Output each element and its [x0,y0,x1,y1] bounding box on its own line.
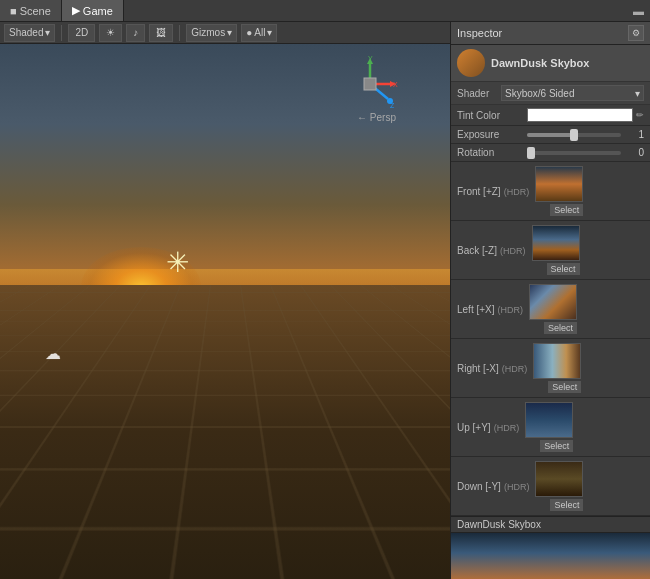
svg-text:Z: Z [390,102,395,109]
select-btn-back[interactable]: Select [547,263,580,275]
rotation-label: Rotation [457,147,527,158]
texture-thumb-front[interactable] [535,166,583,202]
exposure-slider[interactable] [527,133,621,137]
inspector-header: Inspector ⚙ [451,22,650,45]
material-icon [457,49,485,77]
texture-cell-back: Select [532,225,580,275]
inspector-title: Inspector [457,27,502,39]
texture-label-up: Up [+Y] (HDR) [457,421,519,433]
texture-thumb-right[interactable] [533,343,581,379]
texture-row-left: Left [+X] (HDR) Select [451,280,650,339]
shader-row: Shader Skybox/6 Sided ▾ [451,82,650,105]
exposure-fill [527,133,574,137]
grid-lines [0,285,450,579]
game-tab-icon: ▶ [72,4,80,17]
sep1 [61,25,62,41]
sun-icon-toolbar: ☀ [106,27,115,38]
preview-title: DawnDusk Skybox [451,517,650,533]
rotation-row: Rotation 0 [451,144,650,162]
preview-sky [451,533,650,579]
rotation-slider[interactable] [527,151,621,155]
layers-chevron: ▾ [267,27,272,38]
scene-canvas[interactable]: ✳ ☁ Y X [0,44,450,579]
texture-cell-left: Select [529,284,577,334]
layers-dropdown[interactable]: ● All ▾ [241,24,277,42]
gizmos-chevron: ▾ [227,27,232,38]
exposure-value: 1 [527,129,644,140]
scene-gizmo[interactable]: Y X Z [340,54,400,114]
texture-label-left: Left [+X] (HDR) [457,303,523,315]
shading-dropdown[interactable]: Shaded ▾ [4,24,55,42]
texture-cell-down: Select [535,461,583,511]
tint-value: ✏ [527,108,644,122]
tab-close[interactable]: ▬ [627,5,650,17]
texture-label-right: Right [-X] (HDR) [457,362,527,374]
sep2 [179,25,180,41]
select-btn-up[interactable]: Select [540,440,573,452]
gizmos-dropdown[interactable]: Gizmos ▾ [186,24,237,42]
select-btn-right[interactable]: Select [548,381,581,393]
texture-cell-up: Select [525,402,573,452]
inspector-gear[interactable]: ⚙ [628,25,644,41]
texture-row-front: Front [+Z] (HDR) Select [451,162,650,221]
texture-label-down: Down [-Y] (HDR) [457,480,529,492]
cloud-symbol: ☁ [45,344,61,363]
tint-edit-icon[interactable]: ✏ [636,110,644,120]
tint-label: Tint Color [457,110,527,121]
preview-canvas [451,533,650,579]
select-btn-left[interactable]: Select [544,322,577,334]
shader-label: Shader [457,88,497,99]
inspector-panel: Inspector ⚙ DawnDusk Skybox Shader Skybo… [450,22,650,579]
texture-thumb-back[interactable] [532,225,580,261]
sun-symbol: ✳ [162,247,192,277]
inspector-body: DawnDusk Skybox Shader Skybox/6 Sided ▾ … [451,45,650,579]
exposure-row: Exposure 1 [451,126,650,144]
texture-row-up: Up [+Y] (HDR) Select [451,398,650,457]
shader-chevron: ▾ [635,88,640,99]
preview-panel: DawnDusk Skybox Asset Bundle None ▾ ↻ [451,516,650,579]
texture-row-back: Back [-Z] (HDR) Select [451,221,650,280]
audio-icon: ♪ [133,27,138,38]
scene-view: Shaded ▾ 2D ☀ ♪ 🖼 Gizmos ▾ ● [0,22,450,579]
tint-swatch[interactable] [527,108,633,122]
shader-dropdown[interactable]: Skybox/6 Sided ▾ [501,85,644,101]
dimension-btn[interactable]: 2D [68,24,95,42]
exposure-thumb[interactable] [570,129,578,141]
persp-label: ← Persp [357,112,396,123]
game-tab-label: Game [83,5,113,17]
texture-thumb-down[interactable] [535,461,583,497]
image-btn[interactable]: 🖼 [149,24,173,42]
select-btn-front[interactable]: Select [550,204,583,216]
audio-btn[interactable]: ♪ [126,24,145,42]
tab-game[interactable]: ▶ Game [62,0,124,21]
lighting-btn[interactable]: ☀ [99,24,122,42]
texture-cell-front: Select [535,166,583,216]
ground-plane [0,285,450,579]
material-name: DawnDusk Skybox [491,57,644,69]
scene-toolbar: Shaded ▾ 2D ☀ ♪ 🖼 Gizmos ▾ ● [0,22,450,44]
scene-tab-label: Scene [20,5,51,17]
svg-text:Y: Y [368,55,373,62]
texture-label-back: Back [-Z] (HDR) [457,244,526,256]
tab-scene[interactable]: ■ Scene [0,0,62,21]
texture-cell-right: Select [533,343,581,393]
select-btn-down[interactable]: Select [550,499,583,511]
exposure-label: Exposure [457,129,527,140]
tab-bar: ■ Scene ▶ Game ▬ [0,0,650,22]
rotation-value: 0 [527,147,644,158]
material-header: DawnDusk Skybox [451,45,650,82]
texture-label-front: Front [+Z] (HDR) [457,185,529,197]
svg-rect-6 [364,78,376,90]
texture-row-right: Right [-X] (HDR) Select [451,339,650,398]
scene-tab-icon: ■ [10,5,17,17]
material-info: DawnDusk Skybox [491,57,644,69]
texture-thumb-left[interactable] [529,284,577,320]
texture-thumb-up[interactable] [525,402,573,438]
main-area: Shaded ▾ 2D ☀ ♪ 🖼 Gizmos ▾ ● [0,22,650,579]
rotation-thumb[interactable] [527,147,535,159]
exposure-number: 1 [624,129,644,140]
tint-color-row: Tint Color ✏ [451,105,650,126]
shading-chevron: ▾ [45,27,50,38]
rotation-number: 0 [624,147,644,158]
image-icon: 🖼 [156,27,166,38]
